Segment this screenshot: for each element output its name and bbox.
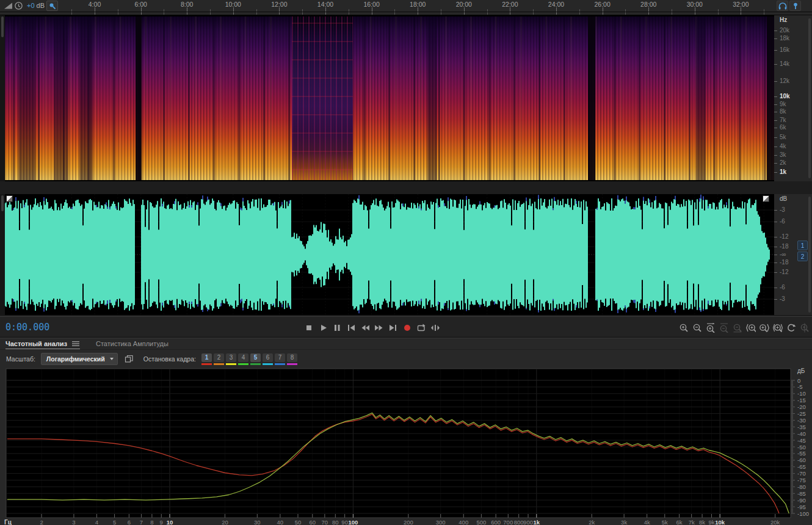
tab-amplitude-statistics[interactable]: Статистика Амплитуды [96,338,169,349]
fade-in-handle[interactable] [6,195,13,202]
frequency-analysis-plot[interactable]: дБ0-5-10-15-20-25-30-35-40-45-50-55-60-6… [0,366,812,525]
svg-text:400: 400 [459,519,468,525]
stop-button[interactable] [303,322,314,333]
axis-tick-mark [774,262,777,263]
zoom-in-button[interactable] [678,322,689,333]
axis-tick-label: 18k [780,35,789,42]
zoom-in-at-out-point-button[interactable] [758,322,770,333]
hold-frame-color [250,363,261,365]
svg-text:-35: -35 [797,424,806,430]
scale-label: Масштаб: [6,355,35,363]
frequency-axis-unit: Hz [780,16,787,23]
svg-text:3: 3 [72,519,75,525]
waveform-display[interactable] [5,194,774,315]
tab-frequency-analysis[interactable]: Частотный анализ [5,338,80,349]
ruler-tick [164,12,164,15]
svg-text:10: 10 [167,519,173,525]
ruler-tick [118,9,118,12]
axis-tick-label: 4k [780,143,786,150]
spectrogram-silence-gap [588,16,595,180]
skip-selection-button[interactable] [429,322,441,333]
hold-frame-5-button[interactable]: 5 [250,353,261,365]
spectrogram-display[interactable] [5,15,774,181]
ruler-tick [302,9,303,12]
svg-text:-55: -55 [797,450,806,457]
record-button[interactable] [401,322,413,333]
ruler-time-label: 10:00 [225,1,241,8]
ruler-time-label: 26:00 [594,1,610,8]
pause-button[interactable] [331,322,343,333]
copy-snapshot-button[interactable] [123,353,136,364]
skip-to-start-button[interactable] [345,322,357,333]
amplitude-axis-unit: dB [780,195,787,202]
spectrogram-silence-gap [767,16,774,180]
tab-label: Статистика Амплитуды [96,340,169,347]
waveform-zoom-scrollbar[interactable] [808,197,811,313]
zoom-out-button[interactable] [691,322,703,333]
hold-frame-8-button[interactable]: 8 [287,353,297,365]
svg-text:9k: 9k [708,519,714,525]
axis-tick-mark [774,38,777,39]
svg-text:-85: -85 [797,490,806,497]
hold-frame-number: 5 [250,353,261,362]
hold-frame-2-button[interactable]: 2 [214,353,224,365]
waveform-vertical-scrollbar[interactable] [0,194,5,315]
axis-tick-mark [774,112,777,112]
ruler-tick [579,12,580,15]
svg-text:800: 800 [514,519,524,525]
svg-text:20k: 20k [770,519,780,525]
zoom-in-at-in-point-button[interactable] [745,322,756,333]
hold-frame-1-button[interactable]: 1 [201,353,212,365]
zoom-in-time-button[interactable] [705,322,716,333]
fast-forward-button[interactable] [373,322,385,333]
channel-2-badge[interactable]: 2 [797,252,808,261]
ruler-time-label: 22:00 [502,1,518,8]
hold-frame-7-button[interactable]: 7 [275,353,285,365]
spectrogram-dark-streak [18,16,35,180]
current-time-display[interactable]: 0:00.000 [5,322,49,333]
scale-dropdown[interactable]: Логарифмический [41,353,118,365]
play-button[interactable] [317,322,328,333]
pin-panel-button[interactable] [789,1,801,11]
hold-frame-3-button[interactable]: 3 [226,353,236,365]
hold-frame-4-button[interactable]: 4 [238,353,248,365]
axis-tick-label: -3 [780,295,785,302]
spectrogram-zoom-scrollbar[interactable] [808,18,811,178]
transport-bar: 0:00.000 [0,316,812,338]
zoom-out-time-button[interactable] [718,322,730,333]
ruler-tick [533,12,534,15]
zoom-to-selection-button[interactable] [772,322,783,333]
svg-text:60: 60 [309,519,316,525]
waveform-timeline-ruler[interactable]: 4:006:008:0010:0012:0014:0016:0018:0020:… [0,0,812,12]
hold-frame-color [287,363,297,365]
svg-text:-95: -95 [797,504,806,510]
svg-text:-25: -25 [797,410,806,417]
restore-default-zoom-button[interactable] [785,322,797,333]
ruler-tick [718,12,719,15]
svg-text:8: 8 [150,519,153,525]
hold-frame-number: 1 [201,353,212,362]
zoom-full-button[interactable] [731,322,743,333]
ruler-tick [764,9,764,12]
hold-frame-6-button[interactable]: 6 [263,353,273,365]
monitor-headphones-button[interactable] [777,1,788,11]
ruler-tick [118,12,118,15]
fade-out-handle[interactable] [763,195,769,202]
svg-text:4: 4 [95,519,98,525]
ruler-tick [579,9,580,12]
rewind-button[interactable] [359,322,371,333]
hold-frames-label: Остановка кадра: [143,355,196,363]
spectrogram-quiet-section [292,16,353,180]
channel-1-badge[interactable]: 1 [797,241,808,250]
skip-to-end-button[interactable] [387,322,399,333]
axis-tick-mark [774,81,777,82]
axis-tick-label: 16k [780,46,789,53]
ruler-tick [394,12,395,15]
ruler-tick [71,12,72,15]
spectrogram-vertical-scrollbar[interactable] [0,15,5,181]
svg-text:3k: 3k [621,519,627,525]
ruler-tick [441,12,441,15]
zoom-vertical-button[interactable] [799,322,810,333]
loop-playback-button[interactable] [415,322,427,333]
panel-menu-icon[interactable] [72,340,80,347]
